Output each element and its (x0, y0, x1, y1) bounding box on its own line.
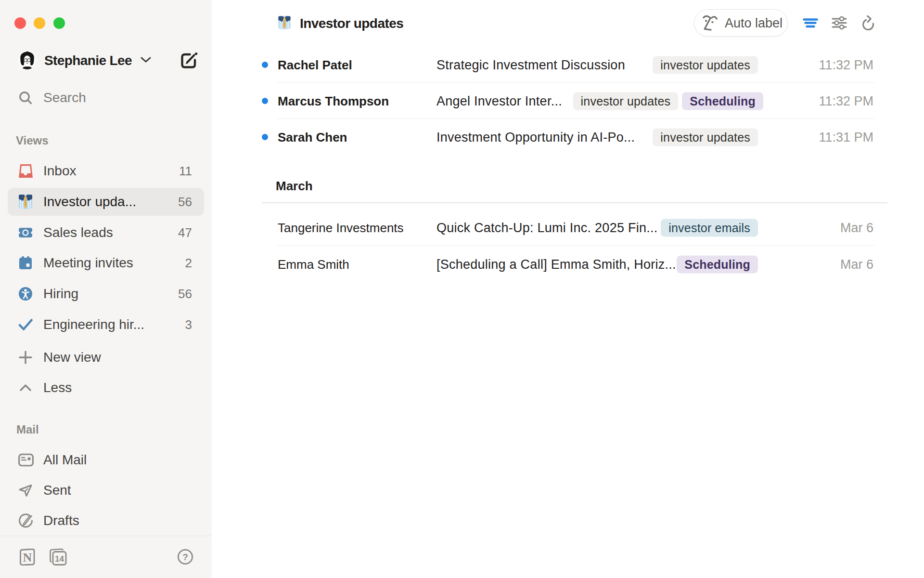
svg-text:N: N (23, 551, 32, 565)
svg-text:14: 14 (55, 554, 64, 564)
svg-text:?: ? (182, 552, 188, 562)
